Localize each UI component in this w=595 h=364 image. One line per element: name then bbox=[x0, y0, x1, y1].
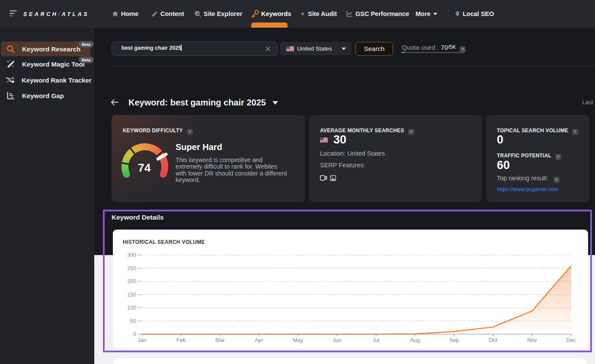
svg-text:Jan: Jan bbox=[138, 337, 146, 343]
svg-text:150: 150 bbox=[127, 292, 136, 298]
svg-text:300: 300 bbox=[127, 252, 136, 258]
svg-text:Dec: Dec bbox=[566, 337, 576, 343]
svg-text:Jun: Jun bbox=[333, 337, 341, 343]
svg-text:Oct: Oct bbox=[489, 337, 497, 343]
svg-text:100: 100 bbox=[127, 305, 136, 311]
svg-text:200: 200 bbox=[127, 278, 136, 284]
svg-text:250: 250 bbox=[127, 265, 136, 271]
svg-text:50: 50 bbox=[130, 318, 136, 324]
svg-text:Jul: Jul bbox=[373, 337, 380, 343]
svg-text:May: May bbox=[293, 337, 303, 343]
svg-text:Nov: Nov bbox=[527, 337, 537, 343]
svg-text:Sep: Sep bbox=[449, 337, 459, 343]
svg-text:Feb: Feb bbox=[176, 337, 186, 343]
svg-text:Apr: Apr bbox=[255, 337, 263, 343]
svg-text:Mar: Mar bbox=[215, 337, 225, 343]
svg-text:Aug: Aug bbox=[410, 337, 420, 343]
svg-text:0: 0 bbox=[133, 331, 136, 337]
